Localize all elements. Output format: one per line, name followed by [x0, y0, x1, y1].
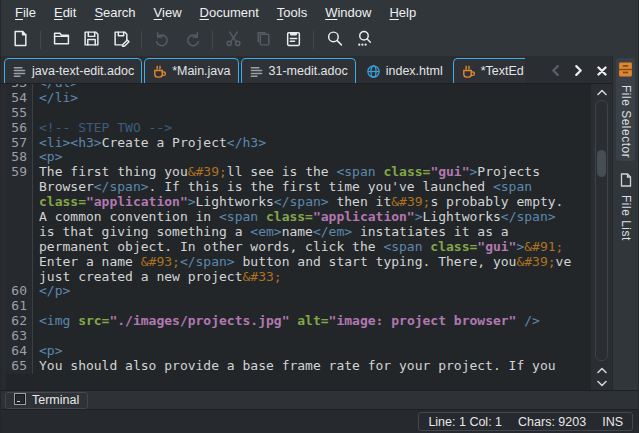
code-row[interactable]: just created a new project&#33;	[6, 270, 591, 285]
line-number[interactable]: 62	[6, 314, 33, 329]
editor-area[interactable]: 53</ul>54</li>5556<!-- STEP TWO -->57<li…	[1, 84, 612, 390]
tab-main-java[interactable]: *Main.java	[144, 58, 238, 83]
tab-scroll-right-button[interactable]	[570, 63, 587, 80]
code-text: class="application">Lightworks</span> th…	[33, 195, 563, 210]
bottom-toolview-bar: Terminal	[1, 390, 638, 409]
save-as-button[interactable]	[108, 27, 134, 53]
line-number[interactable]: 63	[6, 329, 33, 344]
menu-edit[interactable]: Edit	[45, 3, 85, 22]
line-number[interactable]	[6, 225, 33, 240]
code-row[interactable]: 64<p>	[6, 344, 591, 359]
code-text: Enter a name &#93;</span> button and sta…	[33, 255, 571, 270]
menu-window[interactable]: Window	[316, 3, 380, 22]
line-number[interactable]: 59	[6, 165, 33, 180]
tab-label: *Main.java	[172, 64, 230, 78]
code-text: </li>	[33, 91, 78, 106]
menu-search[interactable]: Search	[85, 3, 144, 22]
open-folder-button[interactable]	[48, 27, 74, 53]
line-number[interactable]: 57	[6, 136, 33, 151]
code-row[interactable]: 55	[6, 106, 591, 121]
code-row[interactable]: 54</li>	[6, 91, 591, 106]
file-cabinet-icon	[617, 61, 634, 81]
line-number[interactable]: 64	[6, 344, 33, 359]
line-number[interactable]	[6, 240, 33, 255]
vertical-scrollbar[interactable]	[591, 84, 612, 390]
scrollbar-track[interactable]	[595, 100, 608, 361]
line-number[interactable]: 65	[6, 359, 33, 374]
scroll-down-button[interactable]	[591, 376, 612, 389]
code-row[interactable]: Browser</span>. If this is the first tim…	[6, 180, 591, 195]
chevron-down-icon	[597, 375, 607, 390]
code-text: The first thing you&#39;ll see is the <s…	[33, 165, 540, 180]
insert-mode-indicator[interactable]: INS	[602, 415, 623, 429]
line-number[interactable]: 54	[6, 91, 33, 106]
scroll-up-button[interactable]	[591, 85, 612, 98]
tab-texted[interactable]: *TextEd	[453, 58, 525, 83]
statusbar: Line: 1 Col: 1 Chars: 9203 INS	[1, 409, 638, 433]
code-row[interactable]: permanent object. In other words, click …	[6, 240, 591, 255]
tab-index-html[interactable]: index.html	[358, 58, 451, 83]
java-coffee-icon	[461, 64, 476, 79]
line-number[interactable]	[6, 195, 33, 210]
line-number[interactable]	[6, 180, 33, 195]
line-number[interactable]: 56	[6, 121, 33, 136]
code-row[interactable]: Enter a name &#93;</span> button and sta…	[6, 255, 591, 270]
code-row[interactable]: A common convention in <span class="appl…	[6, 210, 591, 225]
close-document-button[interactable]	[593, 63, 610, 80]
search-replace-button[interactable]	[351, 27, 377, 53]
file-selector-toolview-button[interactable]: File Selector	[616, 58, 635, 161]
code-row[interactable]: class="application">Lightworks</span> th…	[6, 195, 591, 210]
menu-help[interactable]: Help	[380, 3, 425, 22]
code-row[interactable]: is that giving something a <em>name</em>…	[6, 225, 591, 240]
line-number[interactable]	[6, 270, 33, 285]
paste-button[interactable]	[280, 27, 306, 53]
code-row[interactable]: 62<img src="./images/projects.jpg" alt="…	[6, 314, 591, 329]
tab-label: *TextEd	[481, 64, 524, 78]
redo-button[interactable]	[179, 27, 205, 53]
open-folder-icon	[53, 30, 70, 50]
code-row[interactable]: 61	[6, 299, 591, 314]
code-row[interactable]: 60</p>	[6, 284, 591, 299]
file-list-toolview-button[interactable]: File List	[617, 169, 635, 244]
cut-icon	[225, 30, 242, 50]
code-row[interactable]: 59The first thing you&#39;ll see is the …	[6, 165, 591, 180]
undo-button[interactable]	[149, 27, 175, 53]
code-row[interactable]: 58<p>	[6, 150, 591, 165]
code-row[interactable]: 56<!-- STEP TWO -->	[6, 121, 591, 136]
toolbar-separator	[212, 31, 213, 49]
code-lines[interactable]: 53</ul>54</li>5556<!-- STEP TWO -->57<li…	[6, 84, 591, 374]
copy-button[interactable]	[250, 27, 276, 53]
tab-java-text-edit-adoc[interactable]: java-text-edit.adoc	[4, 58, 142, 83]
code-text: <li><h3>Create a Project</h3>	[33, 136, 266, 151]
search-button[interactable]	[321, 27, 347, 53]
menu-file[interactable]: File	[6, 3, 45, 22]
new-document-button[interactable]	[7, 27, 33, 53]
code-row[interactable]: 63	[6, 329, 591, 344]
scrollbar-thumb[interactable]	[597, 150, 606, 177]
tab-scroll-left-button[interactable]	[547, 63, 564, 80]
code-text: permanent object. In other words, click …	[33, 240, 563, 255]
redo-icon	[184, 30, 201, 50]
cut-button[interactable]	[220, 27, 246, 53]
code-row[interactable]: 65You should also provide a base frame r…	[6, 359, 591, 374]
line-number[interactable]: 60	[6, 284, 33, 299]
line-number[interactable]: 55	[6, 106, 33, 121]
line-number[interactable]	[6, 255, 33, 270]
menu-view[interactable]: View	[145, 3, 191, 22]
save-button[interactable]	[78, 27, 104, 53]
line-number[interactable]: 61	[6, 299, 33, 314]
tab-label: java-text-edit.adoc	[32, 64, 134, 78]
code-text: <!-- STEP TWO -->	[33, 121, 172, 136]
menu-tools[interactable]: Tools	[268, 3, 316, 22]
menu-document[interactable]: Document	[191, 3, 268, 22]
cursor-position: Line: 1 Col: 1	[428, 415, 502, 429]
tab-label: 31-medit.adoc	[269, 64, 348, 78]
line-number[interactable]	[6, 210, 33, 225]
terminal-toolview-button[interactable]: Terminal	[5, 392, 88, 409]
line-number[interactable]: 58	[6, 150, 33, 165]
code-text: </p>	[33, 284, 70, 299]
chevron-left-icon	[551, 64, 560, 79]
tab-31-medit-adoc[interactable]: 31-medit.adoc	[241, 58, 356, 83]
code-row[interactable]: 53</ul>	[6, 84, 591, 91]
code-row[interactable]: 57<li><h3>Create a Project</h3>	[6, 136, 591, 151]
